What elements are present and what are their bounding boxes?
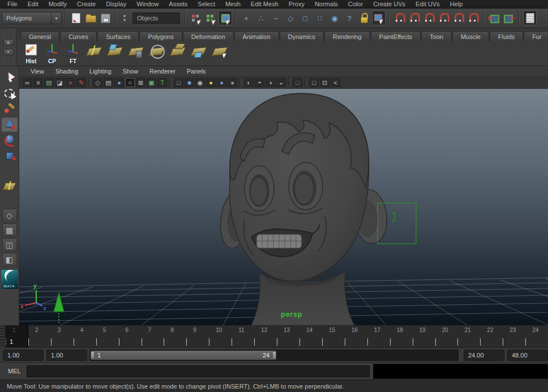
- frame-cell[interactable]: 18: [390, 325, 413, 347]
- shelf-tab[interactable]: PaintEffects: [371, 31, 421, 41]
- scene-cube-icon[interactable]: □: [174, 78, 183, 87]
- menu-item[interactable]: Proxy: [284, 0, 310, 8]
- panel-icon[interactable]: [88, 79, 91, 87]
- frame-cell[interactable]: 12: [254, 325, 277, 347]
- shelf-separate[interactable]: [168, 42, 187, 65]
- lasso-select-tool[interactable]: [1, 85, 18, 100]
- menu-item[interactable]: File: [2, 0, 23, 8]
- shelf-tab[interactable]: Toon: [421, 31, 452, 41]
- shelf-insert-edge-loop[interactable]: [84, 42, 104, 65]
- output-connections-icon[interactable]: [502, 11, 516, 25]
- snap-to-points-icon[interactable]: [422, 11, 436, 25]
- menu-item[interactable]: Edit Mesh: [246, 0, 284, 8]
- panel-menu[interactable]: Panels: [181, 68, 212, 75]
- frames-track[interactable]: 123456789101112131415161718192021222324: [6, 325, 548, 347]
- separator[interactable]: [114, 11, 117, 25]
- panel-menu[interactable]: Show: [117, 68, 144, 75]
- wireframe-on-shaded-icon[interactable]: ⊠: [136, 78, 145, 87]
- frame-cell[interactable]: 11: [232, 325, 254, 347]
- frame-cell[interactable]: 22: [480, 325, 503, 347]
- shelf-hist[interactable]: Hist: [22, 42, 41, 65]
- texture-placement-icon[interactable]: T: [157, 78, 167, 87]
- layout-four-pane[interactable]: ▦: [2, 223, 17, 237]
- mask-hulls-icon[interactable]: □: [298, 11, 312, 25]
- command-line-label[interactable]: MEL: [0, 368, 27, 374]
- frame-cell[interactable]: 21: [457, 325, 480, 347]
- frame-cell[interactable]: 5: [96, 325, 119, 347]
- two-d-pan-zoom-icon[interactable]: +: [66, 78, 75, 87]
- camera-bookmarks-icon[interactable]: ▤: [44, 78, 54, 87]
- xray-icon[interactable]: ◐: [244, 78, 254, 87]
- menu-item[interactable]: Display: [101, 0, 131, 8]
- display-cube-icon[interactable]: □: [309, 78, 319, 87]
- panel-icon[interactable]: [239, 79, 242, 87]
- frame-cell[interactable]: 2: [28, 325, 51, 347]
- current-frame-indicator[interactable]: 1: [6, 325, 28, 347]
- range-start-handle[interactable]: [91, 351, 95, 359]
- selection-mask-menu-icon[interactable]: [119, 11, 130, 25]
- mask-surfaces-icon[interactable]: ◇: [284, 11, 297, 25]
- frame-cell[interactable]: 16: [345, 325, 367, 347]
- frame-cell[interactable]: 10: [209, 325, 232, 347]
- playback-end-field[interactable]: 24.00: [464, 350, 504, 361]
- snap-to-grids-icon[interactable]: [393, 11, 406, 25]
- node-share-icon[interactable]: <: [331, 78, 340, 87]
- shelf-delete-component[interactable]: [126, 42, 145, 65]
- multi-pane-icon[interactable]: ⊡: [320, 78, 329, 87]
- shelf-tab[interactable]: Rendering: [324, 31, 370, 41]
- backface-culling-icon[interactable]: ◒: [276, 78, 286, 87]
- textured-icon[interactable]: ▣: [147, 78, 156, 87]
- select-component-icon[interactable]: [219, 11, 232, 25]
- panel-menu[interactable]: Renderer: [144, 68, 181, 75]
- input-connections-icon[interactable]: [487, 11, 501, 25]
- menu-item[interactable]: Color: [343, 0, 368, 8]
- panel-menu[interactable]: View: [25, 68, 50, 75]
- selection-mask-field[interactable]: Objects: [132, 12, 180, 24]
- frame-cell[interactable]: 15: [322, 325, 345, 347]
- shelf-tab[interactable]: Curves: [60, 31, 97, 41]
- scale-tool[interactable]: [1, 148, 18, 163]
- shelf-tab[interactable]: Dynamics: [280, 31, 324, 41]
- rotate-tool[interactable]: [1, 132, 18, 148]
- shelf-ft[interactable]: FT: [63, 42, 83, 65]
- mask-misc-icon[interactable]: ?: [342, 11, 356, 25]
- viewport-canvas[interactable]: y x z persp: [19, 89, 548, 325]
- layout-outliner-persp[interactable]: ◧: [2, 253, 17, 266]
- panel-icon[interactable]: [305, 79, 307, 87]
- frame-cell[interactable]: 20: [435, 325, 458, 347]
- no-lights-icon[interactable]: ●: [228, 78, 237, 87]
- shelf-tab[interactable]: Fluids: [490, 31, 523, 41]
- frame-cell[interactable]: 3: [51, 325, 74, 347]
- animation-end-field[interactable]: 48.00: [507, 350, 548, 361]
- flat-shade-icon[interactable]: ○: [125, 78, 135, 87]
- smooth-shade-icon[interactable]: ●: [114, 78, 124, 87]
- xray-joints-icon[interactable]: ◓: [255, 78, 264, 87]
- range-slider-track[interactable]: 1 24: [89, 350, 459, 361]
- select-camera-icon[interactable]: ∞: [23, 78, 32, 87]
- mel-command-input[interactable]: [27, 365, 370, 377]
- frame-cell[interactable]: 17: [367, 325, 390, 347]
- shelf-cp[interactable]: CP: [42, 42, 62, 65]
- frame-cell[interactable]: 6: [119, 325, 142, 347]
- mask-points-icon[interactable]: +: [239, 11, 253, 25]
- shelf-menu-button[interactable]: ▼: [3, 49, 14, 55]
- grease-pencil-icon[interactable]: ✎: [76, 78, 86, 87]
- menu-item[interactable]: Edit: [23, 0, 44, 8]
- panel-icon[interactable]: [288, 79, 290, 87]
- default-light-icon[interactable]: ●: [217, 78, 226, 87]
- all-lights-icon[interactable]: ●: [206, 78, 216, 87]
- highlight-selection-icon[interactable]: [372, 11, 386, 25]
- menu-item[interactable]: Normals: [310, 0, 343, 8]
- menu-item[interactable]: Create UVs: [368, 0, 410, 8]
- panel-menu[interactable]: Lighting: [84, 68, 117, 75]
- range-end-handle[interactable]: [272, 351, 276, 359]
- frame-cell[interactable]: 19: [413, 325, 435, 347]
- separator[interactable]: [482, 11, 485, 25]
- mask-lines-icon[interactable]: ~: [269, 11, 282, 25]
- mask-parm-points-icon[interactable]: ∴: [254, 11, 268, 25]
- menu-item[interactable]: Create: [72, 0, 101, 8]
- toolbox-spacer[interactable]: [1, 164, 18, 178]
- menu-item[interactable]: Modify: [44, 0, 72, 8]
- mask-deformers-icon[interactable]: ∷: [313, 11, 327, 25]
- shelf-tab[interactable]: General: [20, 31, 59, 41]
